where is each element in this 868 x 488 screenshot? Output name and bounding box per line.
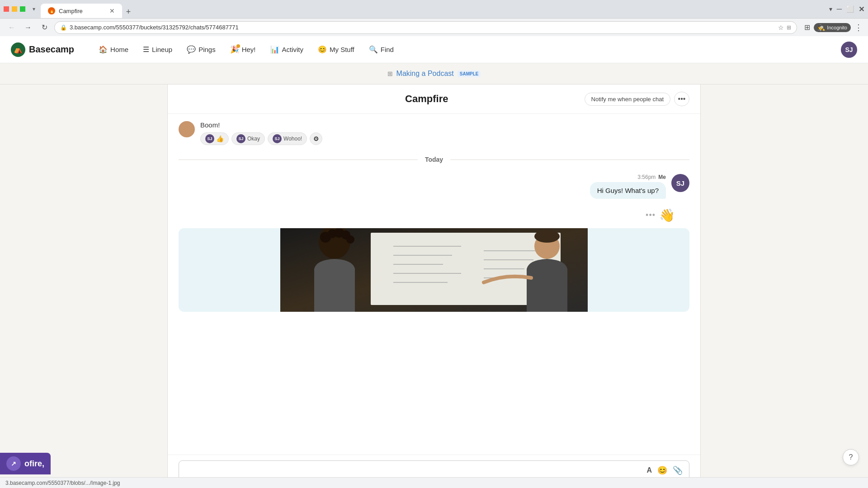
tab-list-icon[interactable]: ▾ (33, 6, 35, 12)
browser-controls: ← → ↻ 🔒 3.basecamp.com/5550377/buckets/3… (0, 18, 868, 36)
address-bar[interactable]: 🔒 3.basecamp.com/5550377/buckets/3132579… (54, 21, 797, 34)
status-bar: 3.basecamp.com/5550377/blobs/.../Image-1… (0, 477, 868, 488)
active-tab[interactable]: 🔥 Campfire ✕ (41, 4, 122, 18)
thumbs-emoji: 👍 (216, 135, 224, 142)
svg-point-16 (346, 235, 354, 244)
divider-line-left (179, 160, 418, 160)
input-tools: A 😊 📎 (646, 465, 683, 475)
chat-scroll-area[interactable]: Boom! SJ 👍 SJ Okay (168, 114, 700, 455)
browser-right-icons: ⊞ 🕵 Incognito ⋮ (804, 23, 863, 33)
browser-tabs: 🔥 Campfire ✕ + (41, 0, 135, 18)
reaction-okay[interactable]: SJ Okay (231, 132, 265, 145)
old-message-area: Boom! SJ 👍 SJ Okay (168, 114, 700, 149)
message-actions-row: ••• 👋 (168, 206, 700, 225)
nav-lineup[interactable]: ☰ Lineup (137, 42, 179, 56)
activity-icon: 📊 (270, 45, 279, 54)
pings-icon: 💬 (187, 45, 196, 54)
tab-favicon: 🔥 (48, 7, 55, 14)
window-close-btn[interactable] (4, 6, 9, 12)
attach-btn[interactable]: 📎 (673, 465, 683, 475)
browser-more-btn[interactable]: ⋮ (854, 23, 863, 33)
project-link[interactable]: Making a Podcast (396, 70, 454, 78)
msg-bubble-1: Hi Guys! What's up? (590, 182, 666, 199)
left-overlay: ↗ ofire, (0, 453, 51, 474)
message-input[interactable] (185, 467, 643, 474)
reaction-avatar-sj1: SJ (205, 134, 214, 143)
nav-home[interactable]: 🏠 Home (92, 42, 135, 56)
campfire-arrow-btn[interactable]: ↗ (6, 456, 21, 471)
customize-icon[interactable]: ⊞ (787, 24, 791, 31)
input-wrapper: A 😊 📎 (179, 460, 689, 477)
nav-my-stuff[interactable]: 😊 My Stuff (311, 42, 361, 56)
nav-activity[interactable]: 📊 Activity (264, 42, 310, 56)
window-restore-icon[interactable]: ▾ (829, 5, 832, 13)
reaction-thumbs[interactable]: SJ 👍 (200, 132, 229, 145)
reaction-wohoo[interactable]: SJ Wohoo! (268, 132, 307, 145)
app-name: Basecamp (29, 44, 74, 55)
message-row-1: 3:56pm Me Hi Guys! What's up? SJ (179, 174, 689, 199)
msg-content-right: 3:56pm Me Hi Guys! What's up? (590, 174, 666, 199)
chat-title: Campfire (269, 93, 585, 105)
add-reaction-btn[interactable]: ⚙ (310, 132, 322, 145)
msg-meta-1: 3:56pm Me (637, 174, 666, 180)
my-stuff-icon: 😊 (318, 45, 327, 54)
msg-text-1: Hi Guys! What's up? (597, 187, 659, 194)
sample-badge: SAMPLE (458, 70, 481, 77)
topnav-items: 🏠 Home ☰ Lineup 💬 Pings 🎉 Hey! 📊 A (92, 42, 841, 56)
emoji-btn[interactable]: 😊 (657, 465, 667, 475)
hey-icon: 🎉 (230, 45, 239, 54)
nav-find[interactable]: 🔍 Find (363, 42, 400, 56)
image-message-wrapper (179, 228, 689, 312)
app-content: ⛺ Basecamp 🏠 Home ☰ Lineup 💬 Pings 🎉 (0, 36, 868, 477)
reactions-list: SJ 👍 SJ Okay SJ Wohoo! (200, 132, 322, 145)
status-bar-text: 3.basecamp.com/5550377/blobs/.../Image-1… (5, 480, 120, 486)
project-icon: ⊞ (387, 70, 393, 77)
format-text-btn[interactable]: A (646, 466, 652, 474)
back-btn[interactable]: ← (5, 21, 18, 34)
reaction-avatar-sj3: SJ (273, 134, 282, 143)
msg-sender-1: Me (658, 174, 666, 180)
window-x-icon[interactable]: ✕ (859, 5, 864, 14)
chat-container: Campfire Notify me when people chat ••• … (0, 84, 868, 477)
user-avatar[interactable]: SJ (841, 42, 857, 58)
old-message-avatar (179, 121, 195, 137)
tab-close-btn[interactable]: ✕ (109, 7, 115, 14)
old-message-bubble: Boom! SJ 👍 SJ Okay (200, 121, 322, 145)
notify-btn[interactable]: Notify me when people chat (585, 93, 670, 106)
home-icon: 🏠 (99, 45, 108, 54)
forward-btn[interactable]: → (22, 21, 34, 34)
message-more-dots[interactable]: ••• (646, 211, 656, 220)
browser-titlebar: ▾ 🔥 Campfire ✕ + ▾ ─ ⬜ ✕ (0, 0, 868, 18)
extensions-icon[interactable]: ⊞ (804, 23, 810, 32)
incognito-btn[interactable]: 🕵 Incognito (814, 23, 851, 32)
bookmark-star-icon[interactable]: ☆ (778, 24, 784, 31)
msg-avatar-1: SJ (671, 174, 689, 192)
new-tab-btn[interactable]: + (122, 5, 135, 18)
window-minimize-icon[interactable]: ─ (837, 5, 842, 13)
msg-time-1: 3:56pm (637, 174, 656, 180)
basecamp-logo-icon: ⛺ (11, 42, 25, 57)
nav-pings[interactable]: 💬 Pings (180, 42, 222, 56)
reaction-okay-text: Okay (247, 136, 260, 142)
app-logo[interactable]: ⛺ Basecamp (11, 42, 74, 57)
more-options-btn[interactable]: ••• (674, 92, 689, 106)
old-message-text: Boom! (200, 121, 322, 129)
svg-point-18 (534, 230, 560, 243)
nav-hey[interactable]: 🎉 Hey! (224, 42, 262, 56)
chat-header: Campfire Notify me when people chat ••• (168, 84, 700, 114)
divider-line-right (450, 160, 689, 160)
window-maximize-btn[interactable] (20, 6, 25, 12)
project-breadcrumb: ⊞ Making a Podcast SAMPLE (0, 63, 868, 84)
topnav-right: SJ (841, 42, 857, 58)
reload-btn[interactable]: ↻ (38, 21, 51, 34)
window-maximize-icon[interactable]: ⬜ (846, 5, 854, 13)
window-minimize-btn[interactable] (12, 6, 17, 12)
help-btn[interactable]: ? (843, 449, 859, 465)
reaction-avatar-sj2: SJ (236, 134, 245, 143)
campfire-label: ↗ ofire, (0, 453, 51, 474)
chat-header-actions: Notify me when people chat ••• (585, 92, 689, 106)
today-label: Today (418, 156, 450, 163)
image-placeholder (280, 228, 588, 312)
wave-emoji-btn[interactable]: 👋 (659, 208, 675, 223)
tab-title: Campfire (59, 8, 83, 14)
